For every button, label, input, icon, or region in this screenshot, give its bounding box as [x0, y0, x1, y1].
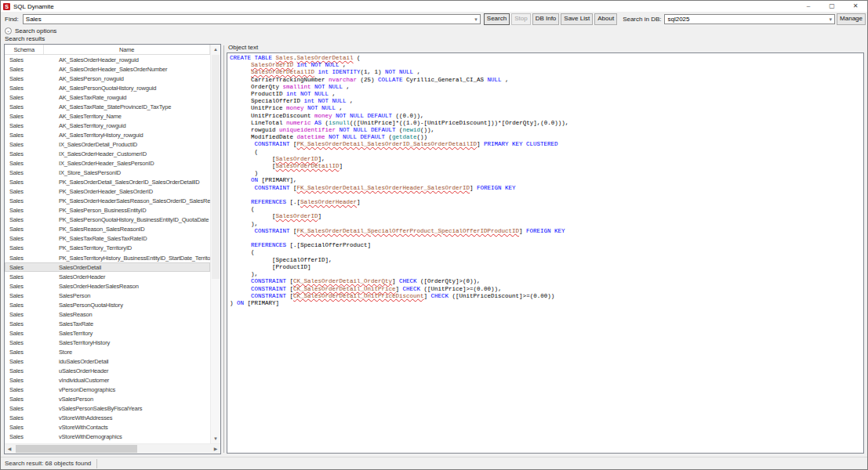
table-row[interactable]: SalesvSalesPerson — [5, 395, 210, 404]
scroll-left-icon[interactable]: ◀ — [5, 444, 14, 454]
column-header-name[interactable]: Name — [44, 45, 210, 54]
table-row[interactable]: SalesSalesOrderHeaderSalesReason — [5, 281, 210, 291]
stop-button: Stop — [511, 13, 530, 25]
table-row[interactable]: SalesvPersonDemographics — [5, 385, 210, 395]
table-row[interactable]: SalesPK_SalesPersonQuotaHistory_Business… — [5, 215, 210, 225]
sql-line — [230, 192, 863, 199]
table-row[interactable]: SalesSalesOrderDetail — [5, 262, 210, 272]
table-row[interactable]: SalesPK_SalesReason_SalesReasonID — [5, 225, 210, 234]
cell-schema: Sales — [5, 405, 54, 412]
vertical-scrollbar[interactable]: ▲ ▼ — [210, 45, 220, 443]
table-row[interactable]: SalesAK_SalesTaxRate_rowguid — [5, 92, 210, 102]
table-row[interactable]: SalesAK_SalesTerritoryHistory_rowguid — [5, 130, 210, 139]
cell-name: AK_SalesPerson_rowguid — [54, 75, 210, 82]
horizontal-scrollbar[interactable]: ◀ ▶ — [5, 443, 220, 454]
table-row[interactable]: SalesAK_SalesTerritory_Name — [5, 111, 210, 121]
cell-schema: Sales — [5, 122, 54, 129]
results-list: Schema Name SalesAK_SalesOrderHeader_row… — [4, 44, 221, 454]
cell-name: vSalesPerson — [54, 396, 210, 403]
chevron-down-icon[interactable]: ▾ — [827, 15, 835, 24]
search-options-toggle[interactable]: ⌄ Search options — [1, 26, 56, 35]
sql-line: ON [PRIMARY], — [230, 177, 863, 184]
search-button[interactable]: Search — [484, 13, 510, 25]
sql-line: SpecialOfferID int NOT NULL , — [230, 98, 863, 105]
db-info-button[interactable]: DB Info — [532, 13, 560, 25]
table-row[interactable]: SalesPK_SalesTerritory_TerritoryID — [5, 244, 210, 253]
sql-line: [SalesOrderID], — [230, 156, 863, 163]
table-row[interactable]: SalesPK_SalesPerson_BusinessEntityID — [5, 206, 210, 215]
maximize-icon[interactable]: ▢ — [820, 1, 844, 12]
cell-schema: Sales — [5, 283, 54, 290]
table-row[interactable]: SalesPK_SalesOrderHeader_SalesOrderID — [5, 187, 210, 197]
cell-schema: Sales — [5, 66, 54, 73]
table-row[interactable]: SalesSalesTerritory — [5, 328, 210, 338]
database-select[interactable]: sql2025 ▾ — [664, 14, 835, 24]
cell-name: IX_SalesOrderDetail_ProductID — [54, 141, 210, 148]
cell-name: PK_SalesPerson_BusinessEntityID — [54, 207, 210, 214]
table-row[interactable]: SalesIX_SalesOrderHeader_CustomerID — [5, 149, 210, 158]
table-row[interactable]: SalesAK_SalesTerritory_rowguid — [5, 121, 210, 130]
table-row[interactable]: SalesPK_SalesOrderHeaderSalesReason_Sale… — [5, 197, 210, 206]
table-row[interactable]: SalesIX_SalesOrderHeader_SalesPersonID — [5, 159, 210, 168]
cell-name: PK_SalesReason_SalesReasonID — [54, 226, 210, 233]
sql-text[interactable]: CREATE TABLE Sales.SalesOrderDetail ( Sa… — [227, 52, 864, 454]
cell-name: IX_SalesOrderHeader_CustomerID — [54, 150, 210, 157]
minimize-icon[interactable]: – — [797, 1, 820, 12]
sql-line: ( — [230, 249, 863, 256]
chevron-down-circle-icon[interactable]: ⌄ — [5, 27, 12, 34]
sql-line: SalesOrderDetailID int IDENTITY(1, 1) NO… — [230, 69, 863, 76]
table-row[interactable]: SalesSalesOrderHeader — [5, 272, 210, 281]
status-text: Search result: 68 objects found — [5, 460, 91, 467]
column-header-schema[interactable]: Schema — [5, 45, 44, 54]
cell-schema: Sales — [5, 85, 54, 92]
table-row[interactable]: SalesPK_SalesTerritoryHistory_BusinessEn… — [5, 253, 210, 262]
table-row[interactable]: SalesIX_Store_SalesPersonID — [5, 168, 210, 178]
table-row[interactable]: SalesAK_SalesOrderHeader_SalesOrderNumbe… — [5, 64, 210, 74]
table-row[interactable]: SalesSalesTerritoryHistory — [5, 338, 210, 347]
sql-line: CONSTRAINT [PK_SalesOrderDetail_SalesOrd… — [230, 141, 863, 148]
table-row[interactable]: SalesAK_SalesTaxRate_StateProvinceID_Tax… — [5, 102, 210, 111]
table-row[interactable]: SalesuSalesOrderHeader — [5, 367, 210, 376]
cell-schema: Sales — [5, 264, 54, 271]
cell-schema: Sales — [5, 414, 54, 421]
panel-splitter[interactable] — [223, 45, 224, 453]
close-icon[interactable]: ✕ — [844, 1, 867, 12]
table-row[interactable]: SalesAK_SalesOrderHeader_rowguid — [5, 55, 210, 64]
table-row[interactable]: SalesPK_SalesTaxRate_SalesTaxRateID — [5, 234, 210, 244]
table-row[interactable]: SalesvStoreWithAddresses — [5, 414, 210, 423]
table-row[interactable]: SalesvStoreWithContacts — [5, 423, 210, 432]
scroll-up-icon[interactable]: ▲ — [211, 45, 220, 54]
table-row[interactable]: SalesvIndividualCustomer — [5, 376, 210, 385]
cell-name: vIndividualCustomer — [54, 377, 210, 384]
scroll-right-icon[interactable]: ▶ — [211, 444, 220, 454]
save-list-button[interactable]: Save List — [561, 13, 593, 25]
table-row[interactable]: SalesStore — [5, 347, 210, 356]
find-input[interactable]: Sales ▾ — [23, 14, 481, 24]
cell-name: SalesTaxRate — [54, 320, 210, 327]
table-row[interactable]: SalesIX_SalesOrderDetail_ProductID — [5, 139, 210, 149]
scroll-down-icon[interactable]: ▼ — [211, 434, 220, 443]
table-row[interactable]: SalesSalesPerson — [5, 291, 210, 300]
table-row[interactable]: SalesSalesPersonQuotaHistory — [5, 300, 210, 309]
cell-schema: Sales — [5, 396, 54, 403]
table-row[interactable]: SalesSalesReason — [5, 309, 210, 319]
sql-line: ), — [230, 221, 863, 228]
table-row[interactable]: SalesvSalesPersonSalesByFiscalYears — [5, 404, 210, 414]
cell-name: SalesOrderHeader — [54, 273, 210, 280]
vertical-scroll-thumb[interactable] — [212, 55, 220, 279]
table-row[interactable]: SalesiduSalesOrderDetail — [5, 357, 210, 367]
table-row[interactable]: SalesPK_SalesOrderDetail_SalesOrderID_Sa… — [5, 178, 210, 187]
cell-name: SalesTerritoryHistory — [54, 339, 210, 346]
cell-schema: Sales — [5, 169, 54, 176]
table-row[interactable]: SalesSalesTaxRate — [5, 319, 210, 328]
chevron-down-icon[interactable]: ▾ — [472, 15, 480, 24]
manage-button[interactable]: Manage — [837, 13, 866, 25]
cell-name: AK_SalesTaxRate_StateProvinceID_TaxType — [54, 103, 210, 110]
sql-line: ), — [230, 271, 863, 278]
cell-name: SalesPerson — [54, 292, 210, 299]
horizontal-scroll-thumb[interactable] — [16, 445, 137, 453]
about-button[interactable]: About — [594, 13, 617, 25]
table-row[interactable]: SalesvStoreWithDemographics — [5, 432, 210, 442]
table-row[interactable]: SalesAK_SalesPerson_rowguid — [5, 74, 210, 83]
table-row[interactable]: SalesAK_SalesPersonQuotaHistory_rowguid — [5, 83, 210, 92]
